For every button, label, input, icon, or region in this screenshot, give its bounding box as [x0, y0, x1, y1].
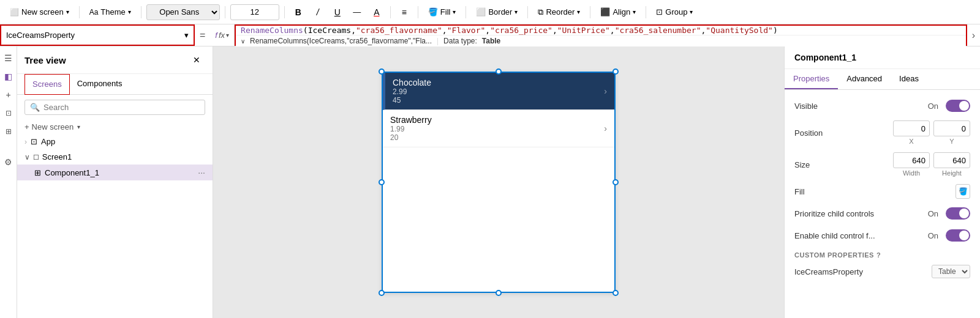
enable-child-toggle[interactable] [946, 229, 970, 242]
property-name: IceCreamsProperty [6, 31, 75, 40]
font-color-button[interactable]: A [368, 4, 385, 21]
reorder-button[interactable]: ⧉ Reorder ▾ [533, 5, 585, 20]
y-label: Y [949, 138, 954, 145]
components-icon[interactable]: ⊞ [2, 125, 15, 138]
new-screen-plus-icon: + [24, 122, 29, 131]
prop-position-row: Position X Y [785, 117, 980, 149]
visible-toggle[interactable] [946, 100, 970, 112]
custom-properties-help-icon[interactable]: ? [876, 251, 881, 259]
search-input[interactable] [43, 103, 200, 112]
border-button[interactable]: ⬜ Border ▾ [471, 5, 522, 19]
formula-comma6: , [701, 26, 706, 35]
formula-arg7: "QuantitySold" [706, 26, 773, 35]
fill-value: 🪣 [956, 184, 970, 199]
handle-bottom-left[interactable] [379, 290, 385, 296]
bold-button[interactable]: B [290, 4, 307, 21]
reorder-icon: ⧉ [538, 7, 543, 17]
new-screen-button[interactable]: ⬜ New screen ▾ [5, 5, 74, 19]
list-item-chocolate-chevron-icon: › [604, 86, 607, 96]
prioritize-label: Prioritize child controls [794, 209, 874, 218]
layers-icon[interactable]: ◧ [2, 70, 15, 83]
formula-input[interactable]: RenameColumns(IceCreams,"cra56_flavornam… [236, 26, 966, 35]
tab-screens[interactable]: Screens [24, 74, 70, 95]
theme-button[interactable]: Aa Theme ▾ [85, 5, 136, 19]
fill-swatch[interactable]: 🪣 [956, 184, 970, 199]
data-icon[interactable]: ⊡ [2, 106, 15, 120]
separator-10 [646, 6, 646, 18]
handle-top-middle[interactable] [496, 68, 502, 75]
canvas-frame[interactable]: Chocolate 2.99 45 › Strawberry 1.99 20 › [382, 72, 615, 292]
tree-close-button[interactable]: ✕ [188, 51, 205, 68]
size-width-input[interactable] [893, 152, 930, 168]
properties-content: Visible On Position X Y [785, 90, 980, 318]
tab-components[interactable]: Components [70, 74, 130, 94]
handle-bottom-right[interactable] [612, 290, 619, 296]
font-size-input[interactable] [230, 4, 279, 20]
prop-visible-row: Visible On [785, 95, 980, 117]
fill-button[interactable]: 🪣 Fill ▾ [423, 5, 461, 19]
text-align-button[interactable]: ≡ [396, 4, 413, 21]
add-icon[interactable]: + [2, 88, 15, 102]
prioritize-value: On [928, 207, 970, 220]
handle-top-right[interactable] [612, 68, 619, 75]
italic-button[interactable]: / [309, 4, 326, 21]
formula-expand-button[interactable]: › [967, 30, 980, 41]
separator-8 [527, 6, 528, 18]
group-button[interactable]: ⊡ Group ▾ [651, 5, 698, 19]
settings-icon[interactable]: ⚙ [2, 155, 15, 169]
position-x-group: X [893, 120, 930, 145]
size-height-input[interactable] [933, 152, 970, 168]
right-tabs: Properties Advanced Ideas [785, 69, 980, 90]
underline-button[interactable]: U [329, 4, 346, 21]
data-type-value: Table [482, 37, 500, 45]
visible-on-label: On [928, 102, 938, 111]
tree-item-component1-1[interactable]: ⊞ Component1_1 ··· [17, 165, 213, 180]
separator-1 [79, 6, 80, 18]
tab-properties[interactable]: Properties [785, 69, 838, 89]
custom-prop-ice-cream-select[interactable]: Table [932, 265, 970, 278]
tree-item-app[interactable]: › ⊡ App [17, 134, 213, 149]
position-y-input[interactable] [933, 120, 970, 136]
formula-arg2: "cra56_flavorname" [356, 26, 442, 35]
group-chevron-icon: ▾ [690, 9, 693, 15]
handle-middle-right[interactable] [612, 179, 619, 185]
prop-fill-row: Fill 🪣 [785, 180, 980, 202]
property-selector[interactable]: IceCreamsProperty ▾ [0, 24, 195, 46]
fill-icon: 🪣 [428, 7, 438, 17]
align-chevron-icon: ▾ [633, 9, 636, 15]
enable-child-value: On [928, 229, 970, 242]
handle-middle-left[interactable] [379, 179, 385, 185]
screen-icon: ⬜ [10, 8, 19, 17]
custom-properties-title: CUSTOM PROPERTIES [794, 251, 874, 259]
tab-ideas[interactable]: Ideas [891, 69, 927, 89]
fx-button[interactable]: f fx ▾ [210, 24, 235, 46]
separator-7 [466, 6, 466, 18]
component-more-icon[interactable]: ··· [198, 168, 205, 177]
size-label: Size [794, 160, 810, 169]
position-x-input[interactable] [893, 120, 930, 136]
strikethrough-button[interactable]: — [349, 4, 366, 21]
tab-advanced[interactable]: Advanced [838, 69, 891, 89]
visible-value: On [928, 100, 970, 112]
list-item-chocolate[interactable]: Chocolate 2.99 45 › [383, 73, 614, 110]
handle-top-left[interactable] [379, 68, 385, 75]
autocomplete-text: RenameColumns(IceCreams,"cra56_flavornam… [250, 37, 432, 45]
custom-prop-ice-cream-label: IceCreamsProperty [794, 267, 863, 276]
app-expand-icon: › [24, 138, 27, 146]
hamburger-menu-icon[interactable]: ☰ [2, 51, 15, 65]
new-screen-tree-button[interactable]: + New screen ▾ [17, 120, 213, 134]
list-item-strawberry[interactable]: Strawberry 1.99 20 › [383, 110, 614, 147]
x-label: X [909, 138, 913, 145]
group-icon: ⊡ [656, 7, 663, 17]
formula-arg4: "cra56_price" [490, 26, 552, 35]
formula-arg6: "cra56_salenumber" [615, 26, 701, 35]
handle-bottom-middle[interactable] [496, 290, 502, 296]
tree-item-screen1[interactable]: ∨ □ Screen1 [17, 149, 213, 165]
align-button[interactable]: ⬛ Align ▾ [595, 5, 641, 19]
size-height-group: Height [933, 152, 970, 177]
position-y-group: Y [933, 120, 970, 145]
align-label: Align [612, 7, 630, 17]
custom-prop-row-0: IceCreamsProperty Table [785, 261, 980, 282]
font-family-select[interactable]: Open Sans [146, 4, 220, 20]
prioritize-toggle[interactable] [946, 207, 970, 220]
